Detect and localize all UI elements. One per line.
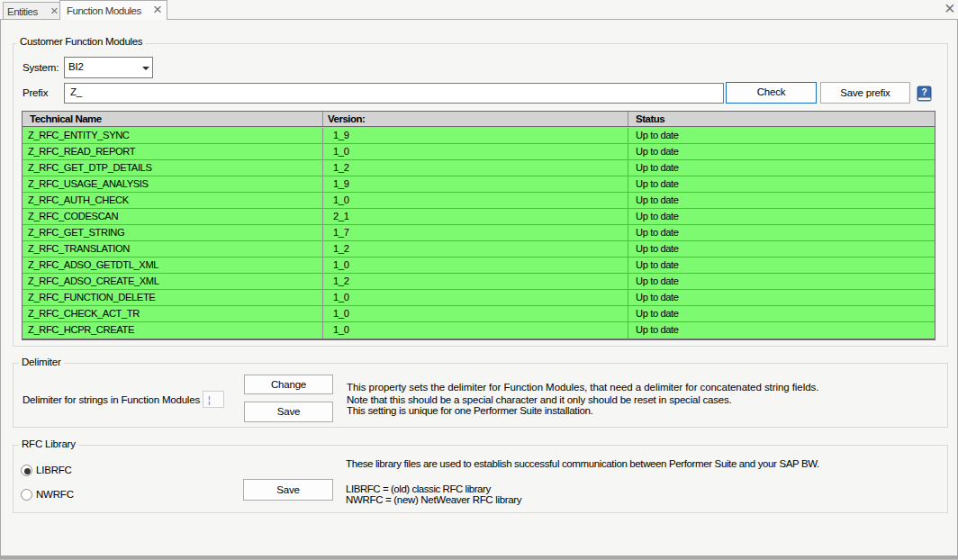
svg-text:?: ? xyxy=(922,87,927,97)
